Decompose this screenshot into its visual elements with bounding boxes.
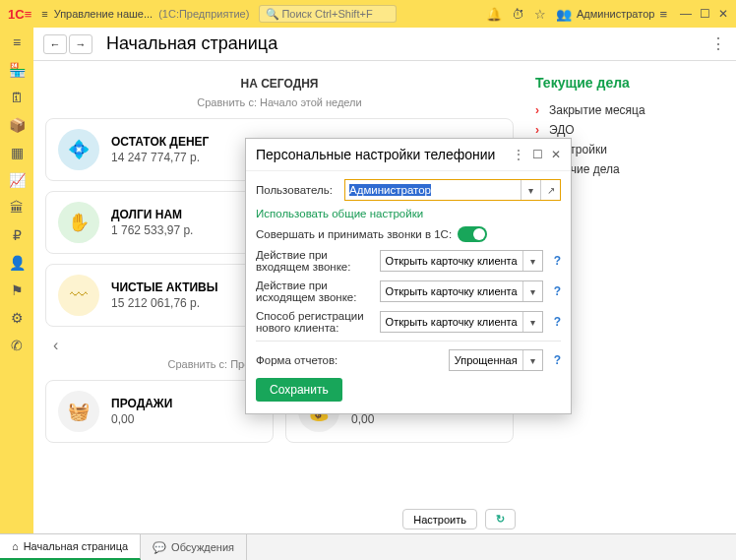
basket-icon: 🧺	[58, 391, 99, 432]
telephony-settings-modal: Персональные настройки телефонии ⋮ ☐ ✕ П…	[245, 138, 572, 414]
hand-coin-icon: ✋	[58, 202, 99, 243]
pulse-icon: 〰	[58, 275, 99, 316]
use-common-link[interactable]: Использовать общие настройки	[256, 208, 423, 219]
app-subtitle: (1С:Предприятие)	[158, 8, 249, 20]
refresh-button[interactable]: ↻	[485, 509, 516, 529]
app-title: Управление наше...	[54, 8, 153, 20]
divider	[256, 341, 561, 342]
card-label: ОСТАТОК ДЕНЕГ	[111, 135, 209, 149]
dropdown-icon[interactable]: ▾	[521, 180, 540, 200]
titlebar: 1C≡ ≡ Управление наше... (1С:Предприятие…	[0, 0, 736, 28]
sidebar-gear-icon[interactable]: ⚙	[8, 309, 26, 327]
sidebar-grid-icon[interactable]: ▦	[8, 144, 26, 161]
card-value: 0,00	[351, 412, 442, 426]
card-label: ЧИСТЫЕ АКТИВЫ	[111, 280, 218, 294]
new-client-select[interactable]: Открыть карточку клиента ▾	[380, 311, 543, 333]
user-label: Пользователь:	[256, 184, 338, 196]
task-item[interactable]: Закрытие месяца	[535, 100, 726, 120]
user-field[interactable]: ▾ ↗	[344, 179, 561, 201]
card-value: 0,00	[111, 412, 172, 426]
chat-icon: 💬	[153, 541, 166, 554]
global-search[interactable]: 🔍	[259, 5, 397, 23]
chevron-down-icon[interactable]: ▾	[522, 350, 542, 370]
chevron-down-icon[interactable]: ▾	[522, 312, 542, 332]
settings-lines-icon[interactable]: ≡	[659, 7, 667, 22]
search-input[interactable]	[279, 7, 390, 21]
save-button[interactable]: Сохранить	[256, 378, 342, 402]
bottom-tabs: ⌂ Начальная страница 💬 Обсуждения	[0, 533, 736, 560]
user-input[interactable]	[345, 180, 521, 200]
help-icon[interactable]: ?	[554, 353, 561, 367]
compare-text[interactable]: Сравнить с: Начало этой недели	[45, 96, 514, 108]
sidebar-menu-icon[interactable]: ≡	[8, 33, 26, 51]
select-value: Открыть карточку клиента	[381, 281, 522, 301]
minimize-button[interactable]: —	[680, 7, 692, 21]
modal-maximize-icon[interactable]: ☐	[532, 148, 543, 161]
chevron-down-icon[interactable]: ▾	[522, 251, 542, 271]
action-out-select[interactable]: Открыть карточку клиента ▾	[380, 280, 543, 302]
sidebar-phone-icon[interactable]: ✆	[8, 337, 26, 354]
close-button[interactable]: ✕	[718, 7, 728, 21]
open-icon[interactable]: ↗	[540, 180, 560, 200]
action-in-select[interactable]: Открыть карточку клиента ▾	[380, 250, 543, 272]
sidebar-flag-icon[interactable]: ⚑	[8, 281, 26, 299]
select-value: Открыть карточку клиента	[381, 312, 522, 332]
card-value: 1 762 533,97 р.	[111, 223, 193, 237]
search-icon: 🔍	[266, 8, 279, 21]
make-calls-label: Совершать и принимать звонки в 1С:	[256, 228, 452, 240]
tab-label: Начальная страница	[24, 540, 128, 552]
card-label: ПРОДАЖИ	[111, 397, 172, 410]
sidebar-ruble-icon[interactable]: ₽	[8, 226, 26, 244]
sidebar-calendar-icon[interactable]: 🗓	[8, 89, 26, 106]
burger-icon[interactable]: ≡	[41, 8, 47, 20]
select-value: Открыть карточку клиента	[381, 251, 522, 271]
page-title: Начальная страница	[106, 33, 277, 54]
sidebar-bank-icon[interactable]: 🏛	[8, 199, 26, 217]
card-value: 15 212 061,76 р.	[111, 296, 218, 310]
select-value: Упрощенная	[450, 350, 522, 370]
chevron-down-icon[interactable]: ▾	[522, 281, 542, 301]
make-calls-toggle[interactable]	[458, 226, 487, 242]
logo-1c: 1C≡	[8, 7, 31, 22]
modal-title: Персональные настройки телефонии	[256, 147, 495, 162]
task-item[interactable]: ЭДО	[535, 120, 726, 140]
modal-close-icon[interactable]: ✕	[551, 148, 561, 161]
nav-forward-button[interactable]: →	[69, 34, 92, 54]
tab-home[interactable]: ⌂ Начальная страница	[0, 534, 141, 560]
left-sidebar: ≡ 🏪 🗓 📦 ▦ 📈 🏛 ₽ 👤 ⚑ ⚙ ✆	[0, 28, 33, 533]
tab-discuss[interactable]: 💬 Обсуждения	[141, 534, 247, 560]
card-value: 14 247 774,77 р.	[111, 151, 209, 164]
report-form-label: Форма отчетов:	[256, 354, 443, 366]
tasks-title: Текущие дела	[535, 75, 726, 91]
sidebar-store-icon[interactable]: 🏪	[8, 61, 26, 79]
action-out-label: Действие при исходящем звонке:	[256, 280, 374, 303]
help-icon[interactable]: ?	[554, 315, 561, 329]
today-header: НА СЕГОДНЯ	[45, 77, 514, 91]
help-icon[interactable]: ?	[554, 284, 561, 298]
sidebar-box-icon[interactable]: 📦	[8, 116, 26, 134]
users-icon[interactable]: 👥	[556, 7, 572, 22]
page-menu-icon[interactable]: ⋮	[710, 34, 726, 53]
page-toolbar: ← → Начальная страница ⋮	[33, 28, 736, 61]
sidebar-chart-icon[interactable]: 📈	[8, 171, 26, 189]
new-client-label: Способ регистрации нового клиента:	[256, 310, 374, 334]
money-stack-icon: 💠	[58, 129, 99, 170]
maximize-button[interactable]: ☐	[700, 7, 710, 21]
bell-icon[interactable]: 🔔	[486, 7, 502, 22]
sidebar-person-icon[interactable]: 👤	[8, 254, 26, 272]
home-icon: ⌂	[12, 540, 19, 552]
card-label: ДОЛГИ НАМ	[111, 208, 193, 221]
tab-label: Обсуждения	[171, 541, 234, 553]
history-icon[interactable]: ⏱	[512, 7, 524, 22]
card-sales[interactable]: 🧺 ПРОДАЖИ 0,00	[45, 380, 274, 443]
modal-menu-icon[interactable]: ⋮	[513, 148, 524, 161]
current-user[interactable]: Администратор	[577, 8, 654, 20]
action-in-label: Действие при входящем звонке:	[256, 249, 374, 273]
configure-button[interactable]: Настроить	[402, 509, 477, 529]
report-form-select[interactable]: Упрощенная ▾	[449, 349, 543, 371]
star-icon[interactable]: ☆	[534, 7, 546, 22]
help-icon[interactable]: ?	[554, 254, 561, 268]
nav-back-button[interactable]: ←	[43, 34, 67, 54]
